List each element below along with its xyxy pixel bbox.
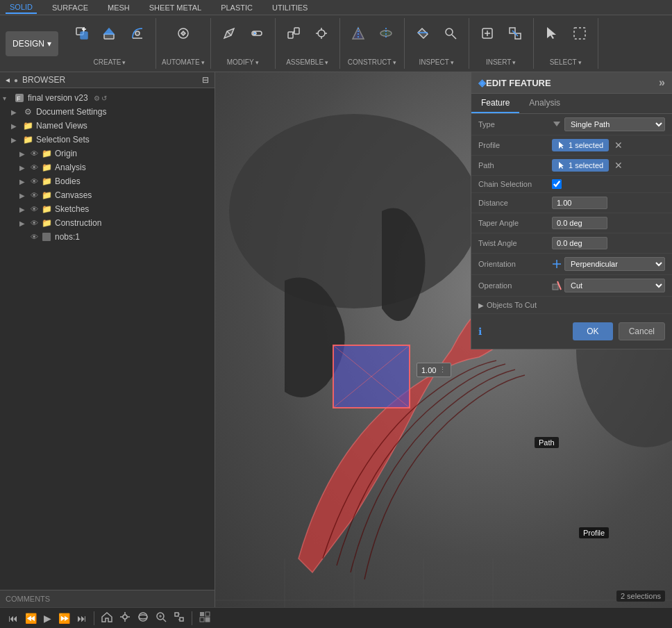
revolve-button[interactable]: [125, 21, 150, 46]
version-indicator: ⚙ ↺: [94, 94, 108, 102]
toolbar-group-automate: AUTOMATE ▾: [156, 18, 211, 69]
svg-rect-70: [205, 612, 210, 616]
tree-selection-sets[interactable]: ▶ 📁 Selection Sets: [0, 133, 215, 147]
tree-construction[interactable]: ▶ 👁 📁 Construction: [0, 216, 215, 230]
path-selected-button[interactable]: 1 selected: [552, 159, 609, 172]
tree-canvases[interactable]: ▶ 👁 📁 Canvases: [0, 188, 215, 202]
menu-sheet-metal[interactable]: SHEET METAL: [145, 2, 205, 13]
distance-row: Distance: [471, 193, 672, 213]
view-home[interactable]: [99, 610, 115, 626]
svg-rect-69: [200, 612, 204, 616]
browser-collapse-icon[interactable]: ◂: [6, 75, 10, 85]
nav-skip-forward[interactable]: ⏭: [74, 611, 90, 625]
inspect-btn-2[interactable]: [438, 21, 463, 46]
select-group-label[interactable]: SELECT ▾: [550, 56, 582, 66]
toolbar-group-modify: MODIFY ▾: [211, 18, 276, 69]
analysis-eye-icon[interactable]: 👁: [31, 163, 38, 172]
assemble-btn-2[interactable]: [309, 21, 334, 46]
tree-document-settings[interactable]: ▶ ⚙ Document Settings: [0, 105, 215, 119]
tree-root-item[interactable]: ▾ F final version v23 ⚙ ↺: [0, 91, 215, 105]
tree-bodies[interactable]: ▶ 👁 📁 Bodies: [0, 174, 215, 188]
menu-solid[interactable]: SOLID: [6, 1, 37, 14]
menu-plastic[interactable]: PLASTIC: [217, 2, 257, 13]
inspect-group-label[interactable]: INSPECT ▾: [419, 56, 453, 66]
assemble-btn-1[interactable]: [281, 21, 306, 46]
tab-feature[interactable]: Feature: [471, 94, 519, 113]
float-menu-icon[interactable]: ⋮: [439, 365, 446, 374]
insert-group-label[interactable]: INSERT ▾: [486, 56, 516, 66]
eye-icon[interactable]: 👁: [31, 149, 38, 158]
assemble-group-label[interactable]: ASSEMBLE ▾: [286, 56, 328, 66]
browser-expand-icon[interactable]: ⊟: [202, 75, 209, 85]
panel-icon: ◈: [478, 77, 486, 88]
distance-input[interactable]: [552, 197, 607, 209]
svg-point-58: [123, 615, 127, 619]
viewport[interactable]: ↑ Profile Path BACK ◈ EDIT FEATURE »: [215, 72, 672, 607]
tree-sketches[interactable]: ▶ 👁 📁 Sketches: [0, 202, 215, 216]
create-group-label[interactable]: CREATE ▾: [94, 56, 126, 66]
type-select[interactable]: Single Path: [564, 117, 665, 131]
modify-group-label[interactable]: MODIFY ▾: [227, 56, 259, 66]
tab-analysis[interactable]: Analysis: [519, 94, 570, 113]
bodies-eye-icon[interactable]: 👁: [31, 177, 38, 185]
nav-back[interactable]: ⏪: [22, 611, 40, 625]
construction-eye-icon[interactable]: 👁: [31, 219, 38, 227]
type-label: Type: [478, 120, 548, 129]
menu-utilities[interactable]: UTILITIES: [268, 2, 312, 13]
nobs-eye-icon[interactable]: 👁: [31, 233, 38, 241]
create-chevron-icon: ▾: [122, 59, 126, 66]
pan-tool[interactable]: [117, 610, 133, 626]
tree-named-views[interactable]: ▶ 📁 Named Views: [0, 119, 215, 133]
modify-btn-1[interactable]: [217, 21, 242, 46]
insert-btn-2[interactable]: [503, 21, 528, 46]
construct-btn-1[interactable]: [346, 21, 371, 46]
extrude-button[interactable]: [97, 21, 122, 46]
cancel-button[interactable]: Cancel: [619, 322, 665, 340]
svg-rect-33: [574, 28, 585, 39]
construct-btn-2[interactable]: [373, 21, 398, 46]
menu-mesh[interactable]: MESH: [103, 2, 134, 13]
nav-skip-back[interactable]: ⏮: [6, 611, 21, 625]
automate-btn-1[interactable]: [171, 21, 196, 46]
chain-selection-checkbox[interactable]: [552, 179, 562, 189]
select-btn-1[interactable]: [539, 21, 564, 46]
profile-clear-button[interactable]: ✕: [612, 140, 625, 151]
svg-rect-71: [200, 618, 204, 622]
panel-expand-arrows[interactable]: »: [659, 76, 665, 89]
tree-nobs[interactable]: ▶ 👁 nobs:1: [0, 230, 215, 244]
float-value[interactable]: 1.00: [421, 366, 436, 374]
ok-button[interactable]: OK: [573, 322, 612, 340]
path-clear-button[interactable]: ✕: [612, 160, 625, 171]
menu-surface[interactable]: SURFACE: [48, 2, 92, 13]
insert-btn-1[interactable]: [475, 21, 500, 46]
tree-origin[interactable]: ▶ 👁 📁 Origin: [0, 147, 215, 160]
analysis-folder-icon: 📁: [41, 162, 52, 173]
operation-select[interactable]: Cut: [564, 279, 665, 292]
taper-angle-input[interactable]: [552, 217, 607, 229]
new-component-button[interactable]: [69, 21, 94, 46]
type-icon: [552, 119, 562, 129]
sketches-folder-icon: 📁: [41, 204, 52, 215]
nav-forward[interactable]: ⏩: [56, 611, 73, 625]
sketches-eye-icon[interactable]: 👁: [31, 205, 38, 213]
inspect-btn-1[interactable]: [410, 21, 435, 46]
tree-analysis[interactable]: ▶ 👁 📁 Analysis: [0, 160, 215, 174]
construct-group-label[interactable]: CONSTRUCT ▾: [348, 56, 396, 66]
tree-item-label: final version v23: [28, 93, 88, 103]
profile-selected-button[interactable]: 1 selected: [552, 139, 609, 151]
objects-to-cut-row[interactable]: ▶ Objects To Cut: [471, 297, 672, 313]
automate-group-label[interactable]: AUTOMATE ▾: [162, 56, 205, 66]
design-button[interactable]: DESIGN ▾: [6, 31, 58, 56]
nobs-body-icon: [41, 231, 52, 242]
zoom-tool[interactable]: [153, 610, 169, 626]
construction-folder-icon: 📁: [41, 217, 52, 229]
display-mode[interactable]: [196, 610, 213, 626]
orientation-select[interactable]: Perpendicular: [564, 257, 665, 271]
nav-play[interactable]: ▶: [41, 611, 54, 625]
select-btn-2[interactable]: [567, 21, 592, 46]
twist-angle-input[interactable]: [552, 237, 607, 249]
orbit-tool[interactable]: [135, 610, 151, 626]
modify-btn-2[interactable]: [244, 21, 269, 46]
canvases-eye-icon[interactable]: 👁: [31, 191, 38, 199]
fit-tool[interactable]: [171, 610, 187, 626]
